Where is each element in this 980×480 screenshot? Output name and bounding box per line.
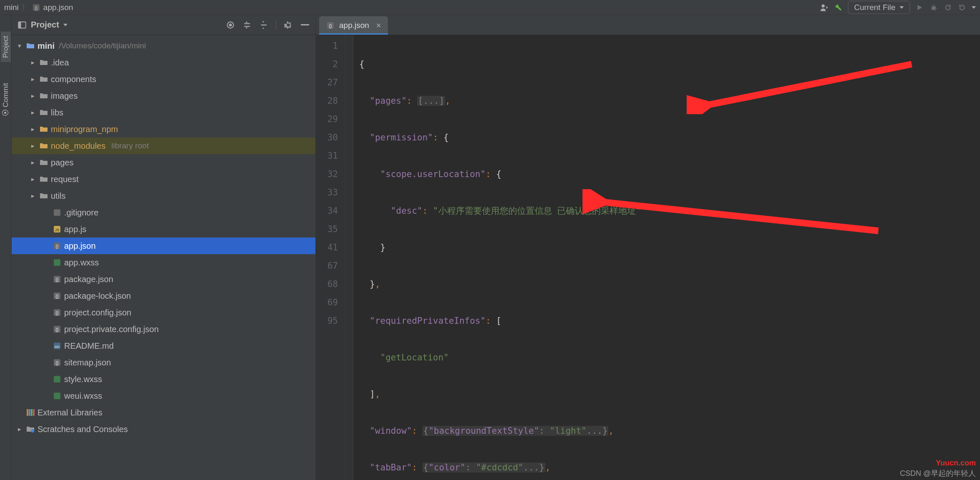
- project-tool-tab[interactable]: Project: [1, 32, 11, 62]
- line-number-gutter[interactable]: 1 2 27 28 29 30 31 32 33 34 35 41 67 68 …: [316, 35, 345, 480]
- tree-file[interactable]: ▸{}package-lock.json: [12, 288, 315, 304]
- folder-icon: [39, 158, 48, 167]
- svg-rect-14: [54, 259, 60, 266]
- project-tree[interactable]: ▾ mini /Volumes/code/tijian/mini ▸.idea …: [12, 35, 315, 480]
- breadcrumb-separator: 〉: [21, 2, 29, 13]
- select-opened-file-icon[interactable]: [226, 20, 235, 30]
- chevron-right-icon[interactable]: ▸: [29, 125, 37, 133]
- fold-gutter[interactable]: [345, 35, 353, 480]
- tree-file[interactable]: ▸style.wxss: [12, 371, 315, 388]
- tree-folder-node-modules[interactable]: ▸node_moduleslibrary root: [12, 138, 315, 154]
- svg-text:{}: {}: [56, 311, 59, 315]
- code-editor[interactable]: 1 2 27 28 29 30 31 32 33 34 35 41 67 68 …: [316, 35, 980, 480]
- tree-folder[interactable]: ▸images: [12, 88, 315, 104]
- tree-file[interactable]: ▸weui.wxss: [12, 388, 315, 404]
- json-file-icon: {}: [52, 291, 62, 300]
- top-toolbar: mini 〉 {} app.json Current File: [0, 0, 980, 15]
- close-tab-icon[interactable]: ✕: [376, 22, 381, 30]
- tree-file[interactable]: ▸app.wxss: [12, 254, 315, 271]
- tree-root-path: /Volumes/code/tijian/mini: [59, 41, 146, 50]
- breadcrumb[interactable]: mini 〉 {} app.json: [4, 2, 73, 13]
- expand-all-icon[interactable]: [242, 20, 252, 30]
- commit-tool-tab[interactable]: ⦿ Commit: [1, 79, 11, 120]
- wxss-file-icon: [52, 375, 62, 384]
- tree-file-selected[interactable]: ▸{}app.json: [12, 238, 315, 254]
- chevron-right-icon[interactable]: ▸: [29, 92, 37, 100]
- chevron-right-icon[interactable]: ▸: [29, 192, 37, 200]
- js-file-icon: JS: [52, 225, 62, 234]
- editor-tab-label: app.json: [339, 21, 369, 30]
- project-panel-title: Project: [31, 20, 59, 30]
- json-file-icon: {}: [52, 308, 62, 317]
- scratches-icon: [26, 425, 35, 434]
- project-folder-icon: [26, 41, 35, 50]
- tree-file[interactable]: ▸JSapp.js: [12, 221, 315, 238]
- svg-point-2: [822, 4, 825, 8]
- tree-file[interactable]: ▸.gitignore: [12, 204, 315, 221]
- tree-root[interactable]: ▾ mini /Volumes/code/tijian/mini: [12, 38, 315, 54]
- divider: [276, 20, 276, 30]
- hide-panel-icon[interactable]: [300, 20, 310, 30]
- chevron-right-icon[interactable]: ▸: [16, 425, 23, 433]
- tree-file[interactable]: ▸{}package.json: [12, 271, 315, 288]
- tree-folder[interactable]: ▸utils: [12, 188, 315, 204]
- json-file-icon: {}: [52, 358, 62, 367]
- library-folder-icon: [39, 141, 48, 150]
- wxss-file-icon: [52, 391, 62, 400]
- svg-text:{}: {}: [56, 278, 59, 282]
- tree-folder[interactable]: ▸pages: [12, 154, 315, 171]
- tree-scratches[interactable]: ▸ Scratches and Consoles: [12, 421, 315, 438]
- svg-point-7: [230, 24, 232, 26]
- chevron-right-icon[interactable]: ▸: [29, 159, 37, 166]
- project-view-chevron-icon[interactable]: [63, 24, 68, 26]
- build-hammer-icon[interactable]: [834, 3, 843, 12]
- svg-text:JS: JS: [55, 228, 60, 232]
- code-content[interactable]: { "pages": [...], "permission": { "scope…: [353, 35, 980, 480]
- breadcrumb-root[interactable]: mini: [4, 3, 19, 12]
- svg-text:{}: {}: [35, 5, 38, 10]
- folder-icon: [39, 191, 48, 200]
- tree-file[interactable]: ▸{}sitemap.json: [12, 354, 315, 371]
- wxss-file-icon: [52, 258, 62, 267]
- gitignore-file-icon: [52, 208, 62, 217]
- json-file-icon: {}: [52, 241, 62, 250]
- svg-text:{}: {}: [56, 361, 59, 365]
- svg-text:{}: {}: [56, 294, 59, 299]
- run-icon[interactable]: [915, 3, 924, 12]
- stop-icon[interactable]: [958, 3, 967, 12]
- folder-icon: [39, 125, 48, 134]
- tree-root-label: mini: [38, 41, 55, 51]
- update-icon[interactable]: [943, 3, 952, 12]
- chevron-right-icon[interactable]: ▸: [29, 142, 37, 150]
- chevron-down-icon[interactable]: ▾: [16, 42, 23, 50]
- tree-file[interactable]: ▸MDREADME.md: [12, 338, 315, 354]
- run-configuration-dropdown[interactable]: Current File: [848, 1, 910, 14]
- tree-folder[interactable]: ▸libs: [12, 104, 315, 121]
- debug-icon[interactable]: [929, 3, 938, 12]
- chevron-right-icon[interactable]: ▸: [29, 175, 37, 183]
- more-chevron-icon[interactable]: [972, 6, 976, 9]
- chevron-right-icon[interactable]: ▸: [29, 75, 37, 83]
- svg-text:{}: {}: [56, 244, 59, 249]
- chevron-right-icon[interactable]: ▸: [29, 109, 37, 116]
- settings-gear-icon[interactable]: [284, 20, 293, 30]
- user-icon[interactable]: [820, 3, 829, 12]
- tree-folder[interactable]: ▸components: [12, 71, 315, 88]
- folder-icon: [39, 58, 48, 67]
- tree-external-libraries[interactable]: ▸ External Libraries: [12, 404, 315, 421]
- watermark-grey: CSDN @早起的年轻人: [900, 468, 976, 478]
- svg-text:MD: MD: [55, 345, 60, 349]
- markdown-file-icon: MD: [52, 341, 62, 350]
- breadcrumb-file[interactable]: app.json: [43, 3, 73, 12]
- tree-file[interactable]: ▸{}project.config.json: [12, 304, 315, 321]
- tree-file[interactable]: ▸{}project.private.config.json: [12, 321, 315, 338]
- svg-point-29: [31, 429, 34, 432]
- tree-folder[interactable]: ▸miniprogram_npm: [12, 121, 315, 138]
- chevron-right-icon[interactable]: ▸: [29, 59, 37, 66]
- json-file-icon: {}: [32, 3, 41, 12]
- collapse-all-icon[interactable]: [259, 20, 268, 30]
- tree-folder[interactable]: ▸request: [12, 171, 315, 188]
- svg-rect-5: [18, 22, 21, 28]
- tree-folder[interactable]: ▸.idea: [12, 54, 315, 71]
- editor-tab-active[interactable]: {} app.json ✕: [319, 16, 388, 35]
